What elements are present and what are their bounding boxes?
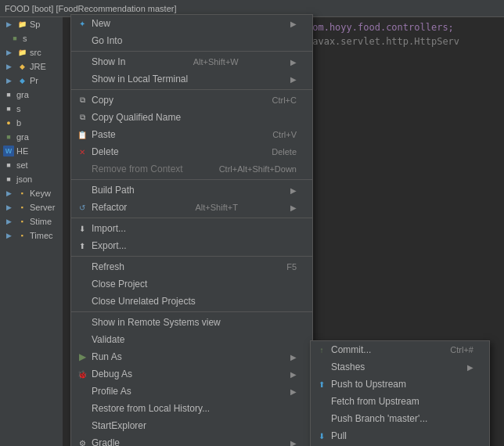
sidebar-label: s: [16, 104, 21, 113]
sidebar-item-server[interactable]: ▶ ▪ Server: [0, 200, 63, 214]
menu-item-gradle[interactable]: ⚙ Gradle ▶: [71, 434, 312, 446]
tree-arrow-icon: ▶: [3, 47, 14, 58]
menu-label-copy-qualified: Copy Qualified Name: [92, 112, 181, 123]
sidebar-item-json[interactable]: ■ json: [0, 172, 63, 186]
file-icon: ■: [3, 89, 14, 100]
validate-icon: [76, 333, 88, 346]
submenu-arrow: ▶: [290, 353, 297, 361]
menu-label-delete: Delete: [92, 146, 119, 157]
file-icon: ■: [3, 160, 14, 171]
show-local-icon: [76, 73, 88, 85]
sidebar-item-stime[interactable]: ▶ ▪ Stime: [0, 214, 63, 228]
sidebar-label: Sp: [30, 20, 40, 29]
menu-item-remove-context[interactable]: Remove from Context Ctrl+Alt+Shift+Down: [71, 160, 312, 178]
menu-item-show-remote[interactable]: Show in Remote Systems view: [71, 314, 312, 331]
import-icon: ⬇: [76, 222, 88, 235]
menu-label-import: Import...: [92, 223, 126, 234]
menu-item-profile-as[interactable]: Profile As ▶: [71, 383, 312, 400]
commit-icon: ↑: [315, 343, 328, 356]
menu-label-debug-as: Debug As: [92, 369, 132, 379]
folder-icon: ▪: [16, 188, 27, 199]
pr-icon: ◆: [16, 75, 27, 86]
stashes-icon: [315, 361, 328, 373]
team-item-commit[interactable]: ↑ Commit... Ctrl+#: [311, 341, 489, 358]
sidebar: ▶ 📁 Sp ■ s ▶ 📁 src ▶ ◆ JRE ▶ ◆ Pr ■ gra …: [0, 17, 63, 446]
team-item-pull[interactable]: ⬇ Pull: [311, 427, 489, 444]
menu-item-startexplorer[interactable]: StartExplorer: [71, 417, 312, 434]
sidebar-label: b: [16, 118, 21, 128]
team-item-stashes[interactable]: Stashes ▶: [311, 358, 489, 376]
menu-item-delete[interactable]: ✕ Delete Delete: [71, 143, 312, 160]
sidebar-item-src[interactable]: ▶ 📁 src: [0, 45, 63, 59]
startexplorer-icon: [76, 419, 88, 432]
show-in-icon: [76, 56, 88, 68]
sidebar-item-s2[interactable]: ■ s: [0, 102, 63, 116]
menu-label-startexplorer: StartExplorer: [92, 420, 146, 431]
menu-label-run-as: Run As: [92, 351, 122, 362]
folder-icon: ▪: [16, 230, 27, 241]
team-item-fetch-upstream[interactable]: Fetch from Upstream: [311, 393, 489, 410]
team-item-push-upstream[interactable]: ⬆ Push to Upstream: [311, 376, 489, 393]
sidebar-label: HE: [16, 146, 28, 156]
menu-item-restore-history[interactable]: Restore from Local History...: [71, 400, 312, 417]
sidebar-item-timec[interactable]: ▶ ▪ Timec: [0, 228, 63, 243]
file-icon: ■: [3, 131, 14, 142]
sidebar-label: JRE: [30, 62, 46, 71]
menu-item-close-project[interactable]: Close Project: [71, 275, 312, 293]
submenu-arrow: ▶: [467, 363, 473, 372]
sidebar-item-gra1[interactable]: ■ gra: [0, 88, 63, 102]
menu-item-refactor[interactable]: ↺ Refactor Alt+Shift+T ▶: [71, 199, 312, 216]
go-into-icon: [76, 34, 88, 47]
menu-item-copy[interactable]: ⧉ Copy Ctrl+C: [71, 92, 312, 109]
menu-item-copy-qualified[interactable]: ⧉ Copy Qualified Name: [71, 109, 312, 126]
menu-item-debug-as[interactable]: 🐞 Debug As ▶: [71, 365, 312, 383]
team-label-push-upstream: Push to Upstream: [331, 379, 406, 390]
sidebar-item-keyw[interactable]: ▶ ▪ Keyw: [0, 186, 63, 200]
menu-item-build-path[interactable]: Build Path ▶: [71, 182, 312, 199]
export-icon: ⬆: [76, 239, 88, 252]
submenu-arrow: ▶: [290, 58, 297, 67]
sidebar-label: gra: [16, 90, 29, 99]
refactor-icon: ↺: [76, 201, 88, 214]
sidebar-item-jre[interactable]: ▶ ◆ JRE: [0, 59, 63, 74]
menu-separator-2: [71, 89, 312, 90]
sidebar-item-he[interactable]: W HE: [0, 144, 63, 158]
push-upstream-icon: ⬆: [315, 378, 328, 390]
team-item-push-branch[interactable]: Push Branch 'master'...: [311, 410, 489, 427]
sidebar-item-set[interactable]: ■ set: [0, 158, 63, 172]
delete-icon: ✕: [76, 146, 88, 158]
sidebar-item-gra2[interactable]: ■ gra: [0, 130, 63, 144]
menu-item-refresh[interactable]: Refresh F5: [71, 258, 312, 275]
menu-item-show-local[interactable]: Show in Local Terminal ▶: [71, 70, 312, 88]
sidebar-item-s[interactable]: ■ s: [0, 31, 63, 45]
team-label-push-branch: Push Branch 'master'...: [331, 413, 427, 424]
sidebar-item-b[interactable]: ● b: [0, 116, 63, 130]
menu-item-validate[interactable]: Validate: [71, 331, 312, 348]
menu-item-show-in[interactable]: Show In Alt+Shift+W ▶: [71, 53, 312, 70]
tree-arrow-icon: ▶: [3, 61, 14, 72]
submenu-arrow: ▶: [290, 370, 297, 379]
menu-item-import[interactable]: ⬇ Import...: [71, 220, 312, 237]
menu-item-run-as[interactable]: ▶ Run As ▶: [71, 348, 312, 365]
sidebar-item-sp[interactable]: ▶ 📁 Sp: [0, 17, 63, 31]
refresh-shortcut: F5: [271, 262, 297, 272]
submenu-arrow: ▶: [290, 186, 297, 195]
menu-label-export: Export...: [92, 240, 127, 251]
menu-label-show-local: Show in Local Terminal: [92, 74, 188, 85]
menu-item-go-into[interactable]: Go Into: [71, 32, 312, 49]
tree-arrow-icon: ▶: [3, 75, 14, 86]
menu-label-paste: Paste: [92, 129, 116, 140]
close-project-icon: [76, 278, 88, 290]
tree-arrow-icon: ▶: [3, 230, 14, 241]
menu-item-paste[interactable]: 📋 Paste Ctrl+V: [71, 126, 312, 143]
copy-qualified-icon: ⧉: [76, 111, 88, 124]
sidebar-item-pr[interactable]: ▶ ◆ Pr: [0, 74, 63, 88]
menu-item-export[interactable]: ⬆ Export...: [71, 237, 312, 254]
show-remote-icon: [76, 316, 88, 329]
menu-item-new[interactable]: ✦ New ▶: [71, 15, 312, 32]
folder-icon: ▪: [16, 202, 27, 213]
menu-label-build-path: Build Path: [92, 185, 135, 196]
menu-item-close-unrelated[interactable]: Close Unrelated Projects: [71, 293, 312, 310]
run-as-icon: ▶: [76, 351, 88, 363]
menu-label-close-project: Close Project: [92, 279, 147, 290]
